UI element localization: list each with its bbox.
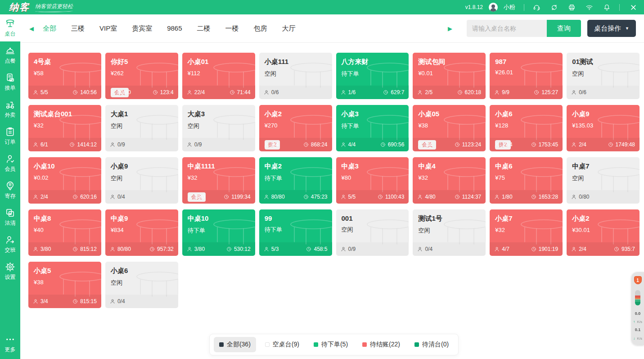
table-card-footer: 5/5140:56 xyxy=(28,86,101,99)
search-button[interactable]: 查询 xyxy=(547,20,581,37)
sidebar-item-tables[interactable]: 桌台 xyxy=(0,14,20,41)
legend-item-pending-order[interactable]: 待下单(5) xyxy=(308,337,353,352)
tab-all[interactable]: 全部 xyxy=(43,24,56,33)
chevron-down-icon: ▼ xyxy=(625,26,629,31)
sidebar-item-accept[interactable]: 接单 xyxy=(0,68,20,95)
table-card[interactable]: 小桌9¥135.032/41749:48 xyxy=(567,105,639,151)
sidebar-item-soldout[interactable]: 沽清 xyxy=(0,204,20,231)
table-card[interactable]: 小桌9空闲0/4 xyxy=(105,157,178,204)
occupancy: 80/80 xyxy=(110,89,131,95)
person-icon xyxy=(494,246,500,252)
tab-floor2[interactable]: 二楼 xyxy=(197,24,211,33)
table-name: 中桌8 xyxy=(34,214,96,223)
sync-icon[interactable] xyxy=(550,4,558,11)
table-card[interactable]: 中桌8¥403/80815:12 xyxy=(28,209,101,256)
tab-private-room[interactable]: 包房 xyxy=(254,24,267,33)
user-avatar[interactable] xyxy=(489,3,498,12)
sidebar-item-deposit[interactable]: 寄寄存 xyxy=(0,177,20,204)
tab-guest-room[interactable]: 贵宾室 xyxy=(132,24,152,33)
table-info: ¥26.01 xyxy=(495,69,557,76)
table-card[interactable]: 小桌6¥128拼217/41753:45 xyxy=(490,105,563,151)
wifi-icon[interactable] xyxy=(585,4,593,11)
sidebar-item-members[interactable]: 会员 xyxy=(0,150,20,177)
table-card[interactable]: 测试包间¥0.012/5620:18 xyxy=(413,53,486,99)
legend-item-pending-bill[interactable]: 待结账(22) xyxy=(357,337,405,352)
table-card[interactable]: 4号桌¥585/5140:56 xyxy=(28,53,101,99)
table-card[interactable]: 测试桌台001¥326/11414:12 xyxy=(28,105,101,151)
shield-alert-icon[interactable]: 1 xyxy=(634,276,642,284)
table-card-footer: 6/11414:12 xyxy=(28,138,101,151)
occupancy-value: 1/6 xyxy=(348,89,356,95)
table-card[interactable]: 中桌2待下单80/80475:23 xyxy=(259,157,332,204)
sidebar-item-label: 更多 xyxy=(5,346,16,354)
table-card[interactable]: 小桌05¥38会员1/41123:24 xyxy=(413,105,486,151)
sidebar-item-ordering[interactable]: 点餐 xyxy=(0,41,20,68)
sidebar-item-shift[interactable]: 交班 xyxy=(0,231,20,258)
tab-floor1[interactable]: 一楼 xyxy=(225,24,239,33)
table-card[interactable]: 小桌01¥11222/471:44 xyxy=(182,53,255,99)
table-card[interactable]: 中桌4¥324/801124:37 xyxy=(413,157,486,204)
table-card[interactable]: 987¥26.019/9125:27 xyxy=(490,53,563,99)
legend-item-pending-clear[interactable]: 待清台(0) xyxy=(409,337,454,352)
table-card[interactable]: 你好5¥262会员80/80123:4 xyxy=(105,53,178,99)
close-icon[interactable] xyxy=(630,4,637,11)
table-card[interactable]: 八方来财待下单1/6629:7 xyxy=(336,53,409,99)
table-card[interactable]: 001空闲0/9 xyxy=(336,209,409,256)
table-card[interactable]: 99待下单5/3458:5 xyxy=(259,209,332,256)
user-name[interactable]: 小粉 xyxy=(504,3,515,11)
person-icon xyxy=(494,90,500,95)
net-monitor-widget[interactable]: 1 0.0 ↑ K/s 0.1 ↓ K/s xyxy=(631,272,644,345)
tab-vip-room[interactable]: VIP室 xyxy=(99,24,117,33)
table-operations-button[interactable]: 桌台操作 ▼ xyxy=(587,20,636,37)
table-name: 测试包间 xyxy=(418,58,480,66)
table-name: 中桌4 xyxy=(418,162,480,171)
occupancy: 6/1 xyxy=(33,141,48,148)
scooter-icon xyxy=(5,100,15,110)
table-card[interactable]: 小桌10¥0.022/4620:16 xyxy=(28,157,101,204)
tab-hall[interactable]: 大厅 xyxy=(282,24,296,33)
printer-icon[interactable] xyxy=(568,4,576,11)
table-card[interactable]: 中桌10待下单3/80530:12 xyxy=(182,209,255,256)
table-card[interactable]: 小桌2¥30.012/4935:7 xyxy=(567,209,639,256)
tab-room-9865[interactable]: 9865 xyxy=(167,24,182,33)
table-info: 空闲 xyxy=(265,70,327,78)
table-card[interactable]: 小桌7¥324/71901:19 xyxy=(490,209,563,256)
tabs-scroll-right-icon[interactable]: ▶ xyxy=(448,25,458,32)
table-card[interactable]: 中桌3¥805/51100:43 xyxy=(336,157,409,204)
table-card[interactable]: 中桌7空闲0/80 xyxy=(567,157,639,204)
table-card[interactable]: 大桌1空闲0/9 xyxy=(105,105,178,151)
tab-floor3[interactable]: 三楼 xyxy=(71,24,85,33)
sidebar-item-orders[interactable]: 订单 xyxy=(0,123,20,150)
table-card[interactable]: 测试1号空闲0/4 xyxy=(413,209,486,256)
clock-icon xyxy=(72,90,78,95)
table-card[interactable]: 中桌6¥751/801653:28 xyxy=(490,157,563,204)
table-card[interactable]: 小桌111空闲0/6 xyxy=(259,53,332,99)
table-card[interactable]: 小桌3待下单4/4690:56 xyxy=(336,105,409,151)
elapsed-time-value: 629:7 xyxy=(391,89,404,95)
receipt-icon xyxy=(5,73,15,83)
bell-icon[interactable] xyxy=(603,4,611,11)
table-info: 待下单 xyxy=(265,174,327,182)
table-name: 中桌2 xyxy=(265,162,327,171)
table-card[interactable]: 中桌1111¥32会员1/801199:34 xyxy=(182,157,255,204)
table-card[interactable]: 小桌2¥270拼29/4868:24 xyxy=(259,105,332,151)
clock-icon xyxy=(531,194,536,200)
sidebar-item-takeout[interactable]: 外卖 xyxy=(0,95,20,123)
table-card[interactable]: 小桌6空闲0/4 xyxy=(105,262,178,308)
elapsed-time-value: 1100:43 xyxy=(385,194,405,200)
headset-icon[interactable] xyxy=(533,4,540,11)
sidebar-item-more[interactable]: 更多 xyxy=(0,330,20,357)
table-info: ¥0.02 xyxy=(34,174,96,181)
legend-item-all[interactable]: 全部(36) xyxy=(214,337,256,352)
legend-item-empty[interactable]: 空桌台(9) xyxy=(260,337,305,352)
tabs-scroll-left-icon[interactable]: ◀ xyxy=(29,25,39,32)
table-search-input[interactable] xyxy=(467,20,547,37)
table-card[interactable]: 中桌9¥83480/80957:32 xyxy=(105,209,178,256)
person-icon xyxy=(571,246,576,252)
table-card[interactable]: 小桌5¥383/4815:15 xyxy=(28,262,101,308)
sidebar-nav: 桌台点餐接单外卖订单会员寄寄存沽清交班设置更多 xyxy=(0,14,20,359)
table-name: 测试桌台001 xyxy=(34,110,96,118)
table-card[interactable]: 01测试空闲0/6 xyxy=(567,53,639,99)
sidebar-item-settings[interactable]: 设置 xyxy=(0,258,20,285)
table-card[interactable]: 大桌3空闲0/9 xyxy=(182,105,255,151)
